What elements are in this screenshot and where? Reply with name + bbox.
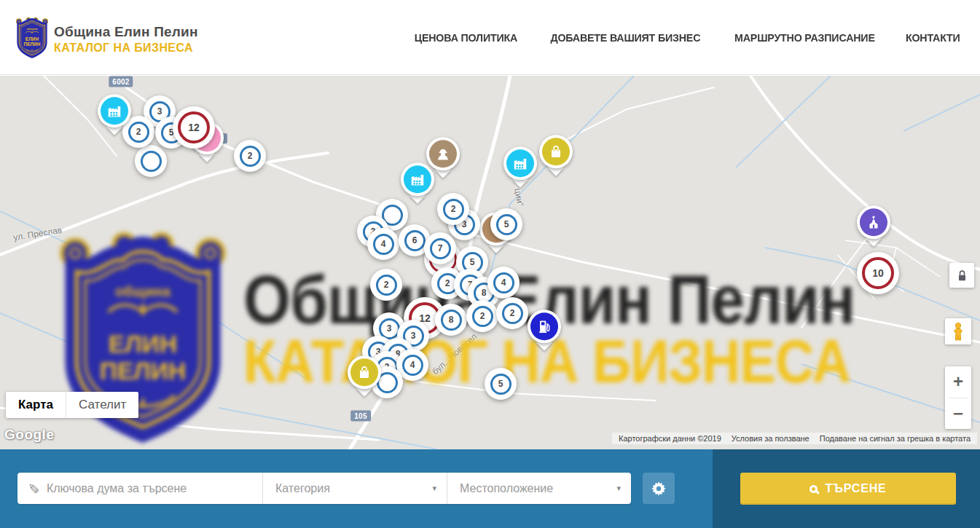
gear-icon bbox=[651, 481, 666, 496]
cluster-count: 6 bbox=[404, 230, 426, 251]
chevron-down-icon: ▾ bbox=[432, 484, 436, 493]
lock-icon[interactable] bbox=[949, 263, 974, 288]
search-button[interactable]: ТЪРСЕНЕ bbox=[740, 473, 956, 505]
pin-disc bbox=[426, 137, 460, 170]
shopping-bag-icon bbox=[542, 138, 570, 165]
map-pin-worker[interactable] bbox=[426, 137, 460, 170]
map-pin-factory[interactable] bbox=[503, 146, 537, 180]
pin-disc bbox=[98, 94, 131, 127]
pencil-icon: ✎ bbox=[25, 483, 42, 494]
header: община ЕЛИН ПЕЛИН Община Елин Пелин КАТА… bbox=[0, 0, 980, 75]
cluster-count: 8 bbox=[441, 310, 462, 331]
map-cluster[interactable]: 2 bbox=[370, 269, 402, 301]
pin-disc bbox=[528, 310, 561, 343]
factory-icon bbox=[101, 97, 128, 125]
cluster-count: 2 bbox=[472, 306, 493, 327]
cluster-count: 4 bbox=[493, 272, 514, 293]
cluster-count: 4 bbox=[373, 234, 394, 255]
nav-item-2[interactable]: ДОБАВЕТЕ ВАШИЯТ БИЗНЕС bbox=[550, 31, 700, 44]
road-badge: 105 bbox=[350, 411, 371, 422]
attribution-link[interactable]: Подаване на сигнал за грешка в картата bbox=[816, 434, 974, 443]
location-select[interactable]: Местоположение ▾ bbox=[447, 473, 631, 504]
category-select[interactable]: Категория ▾ bbox=[262, 473, 447, 504]
category-select-value: Категория bbox=[275, 482, 330, 495]
search-button-label: ТЪРСЕНЕ bbox=[825, 482, 886, 495]
nav-item-1[interactable]: ЦЕНОВА ПОЛИТИКА bbox=[415, 31, 517, 44]
map-cluster[interactable]: 10 bbox=[857, 252, 899, 294]
location-select-value: Местоположение bbox=[460, 482, 553, 495]
cluster-count: 2 bbox=[443, 199, 464, 220]
church-icon bbox=[860, 208, 887, 236]
map-attribution: Картографски данни ©2019Условия за ползв… bbox=[612, 433, 977, 444]
zoom-control: + − bbox=[945, 366, 971, 429]
nav-item-4[interactable]: КОНТАКТИ bbox=[906, 31, 960, 44]
factory-icon bbox=[506, 149, 534, 177]
cluster-count: 10 bbox=[862, 257, 894, 289]
site-brand[interactable]: Община Елин Пелин КАТАЛОГ НА БИЗНЕСА bbox=[54, 24, 198, 55]
cluster-count: 2 bbox=[376, 275, 397, 296]
search-icon bbox=[810, 485, 818, 493]
cluster-count bbox=[141, 151, 162, 172]
cluster-count: 4 bbox=[402, 355, 423, 376]
satellite-view-button[interactable]: Сателит bbox=[66, 392, 138, 418]
pin-disc bbox=[348, 355, 381, 389]
site-title: Община Елин Пелин bbox=[54, 24, 198, 40]
map-pin-shopping-bag[interactable] bbox=[348, 355, 381, 389]
cluster-count: 2 bbox=[240, 146, 261, 167]
map-cluster[interactable]: 5 bbox=[485, 368, 517, 400]
advanced-settings-button[interactable] bbox=[643, 473, 675, 504]
map-pin-church[interactable] bbox=[857, 205, 890, 239]
svg-text:ЕЛИН: ЕЛИН bbox=[26, 36, 39, 42]
cluster-count: 7 bbox=[430, 238, 451, 259]
cluster-count: 2 bbox=[502, 303, 523, 324]
map-cluster[interactable]: 4 bbox=[487, 267, 520, 299]
pin-disc bbox=[539, 135, 573, 168]
page: община ЕЛИН ПЕЛИН Община Елин Пелин КАТА… bbox=[0, 0, 980, 528]
municipality-logo[interactable]: община ЕЛИН ПЕЛИН bbox=[15, 14, 49, 62]
map-pin-fuel-pump[interactable] bbox=[528, 310, 561, 343]
zoom-in-button[interactable]: + bbox=[945, 366, 971, 398]
shopping-bag-icon bbox=[350, 358, 378, 386]
map-cluster[interactable]: 2 bbox=[496, 297, 528, 329]
svg-text:община: община bbox=[27, 28, 39, 31]
map-cluster[interactable] bbox=[135, 145, 167, 177]
street-view-pegman[interactable] bbox=[945, 318, 971, 344]
map-type-control: Карта Сателит bbox=[6, 392, 138, 418]
svg-text:ПЕЛИН: ПЕЛИН bbox=[100, 358, 186, 385]
svg-text:община: община bbox=[115, 283, 171, 299]
pin-disc bbox=[857, 205, 890, 239]
map-cluster[interactable]: 4 bbox=[367, 228, 399, 260]
map-canvas[interactable]: 6002105 ул. Преславбул. „Новоселции" общ… bbox=[0, 76, 980, 449]
cluster-count: 5 bbox=[490, 374, 511, 395]
zoom-out-button[interactable]: − bbox=[945, 398, 971, 429]
chevron-down-icon: ▾ bbox=[616, 484, 621, 493]
worker-icon bbox=[429, 140, 457, 168]
keyword-input[interactable] bbox=[47, 482, 254, 495]
map-pin-factory[interactable] bbox=[98, 94, 131, 127]
cluster-count: 5 bbox=[496, 214, 517, 235]
svg-text:ЕЛИН: ЕЛИН bbox=[109, 331, 177, 358]
search-fields-group: ✎ Категория ▾ Местоположение ▾ bbox=[17, 473, 631, 504]
map-pin-shopping-bag[interactable] bbox=[539, 135, 573, 168]
fuel-pump-icon bbox=[530, 312, 558, 340]
nav-item-3[interactable]: МАРШРУТНО РАЗПИСАНИЕ bbox=[734, 31, 875, 44]
map-cluster[interactable]: 2 bbox=[437, 193, 469, 225]
google-logo[interactable]: Google bbox=[4, 427, 54, 443]
map-cluster[interactable]: 8 bbox=[435, 304, 467, 336]
pin-disc bbox=[503, 146, 537, 180]
map-view-button[interactable]: Карта bbox=[6, 392, 66, 418]
map-cluster[interactable]: 2 bbox=[466, 300, 498, 332]
map-cluster[interactable]: 2 bbox=[234, 140, 266, 172]
keyword-field[interactable]: ✎ bbox=[17, 473, 262, 504]
road-badge: 6002 bbox=[109, 76, 133, 87]
attribution-link[interactable]: Условия за ползване bbox=[728, 434, 813, 443]
main-nav: ЦЕНОВА ПОЛИТИКАДОБАВЕТЕ ВАШИЯТ БИЗНЕСМАР… bbox=[412, 0, 962, 75]
map-cluster[interactable]: 7 bbox=[424, 232, 456, 264]
map-data-notice: Картографски данни ©2019 bbox=[615, 434, 725, 443]
shield-graphic: община ЕЛИН ПЕЛИН bbox=[15, 14, 49, 62]
search-bar: ✎ Категория ▾ Местоположение ▾ ТЪРСЕНЕ bbox=[0, 449, 980, 528]
map-cluster[interactable]: 5 bbox=[490, 208, 522, 240]
site-subtitle: КАТАЛОГ НА БИЗНЕСА bbox=[54, 42, 198, 55]
svg-text:ПЕЛИН: ПЕЛИН bbox=[24, 42, 41, 47]
map-cluster[interactable]: 12 bbox=[173, 106, 215, 149]
